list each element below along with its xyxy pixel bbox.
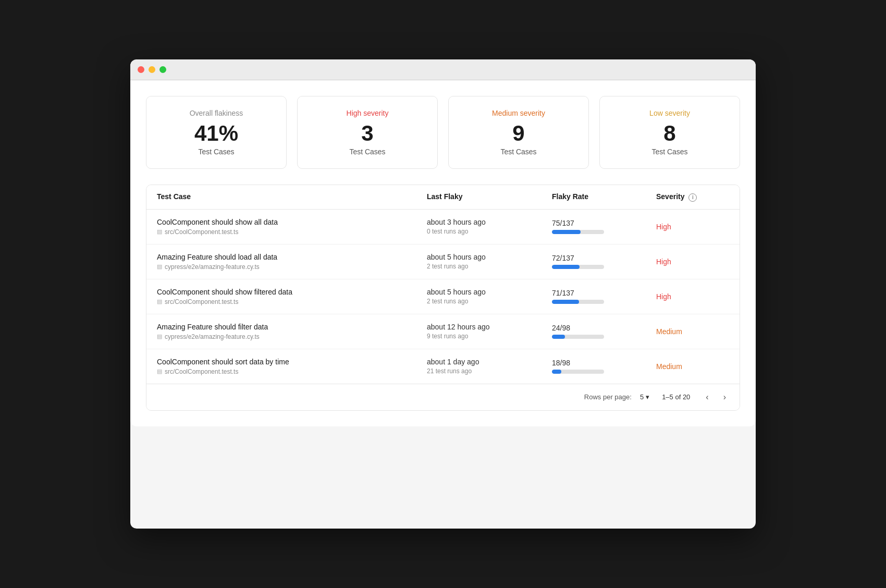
file-icon-3: ▤ [157,333,162,340]
test-name-4: CoolComponent should sort data by time [157,358,427,366]
severity-cell-4: Medium [656,362,729,371]
col-flaky-rate: Flaky Rate [552,192,656,202]
last-flaky-cell-0: about 3 hours ago 0 test runs ago [427,218,552,235]
test-case-cell-2: CoolComponent should show filtered data … [157,288,427,305]
test-runs-2: 2 test runs ago [427,298,552,305]
app-window: Overall flakiness 41% Test Cases High se… [130,59,756,529]
flaky-rate-cell-1: 72/137 [552,254,656,269]
severity-cell-0: High [656,223,729,231]
progress-bar-fill-2 [552,300,579,304]
rows-per-page-label: Rows per page: [584,393,632,401]
low-severity-card: Low severity 8 Test Cases [599,96,740,169]
col-severity: Severity i [656,192,729,202]
flaky-rate-cell-0: 75/137 [552,219,656,234]
table-row: Amazing Feature should filter data ▤ cyp… [146,314,740,349]
medium-severity-card: Medium severity 9 Test Cases [448,96,589,169]
test-file-1: ▤ cypress/e2e/amazing-feature.cy.ts [157,263,427,271]
last-flaky-time-0: about 3 hours ago [427,218,552,226]
flaky-rate-cell-2: 71/137 [552,289,656,304]
test-cases-table: Test Case Last Flaky Flaky Rate Severity… [146,185,740,411]
progress-bar-fill-4 [552,370,561,374]
progress-bar-fill-1 [552,265,580,269]
table-body: CoolComponent should show all data ▤ src… [146,210,740,384]
test-case-cell-3: Amazing Feature should filter data ▤ cyp… [157,323,427,340]
test-runs-0: 0 test runs ago [427,228,552,235]
test-file-2: ▤ src/CoolComponent.test.ts [157,298,427,305]
test-case-cell-0: CoolComponent should show all data ▤ src… [157,218,427,236]
test-runs-4: 21 test runs ago [427,368,552,375]
last-flaky-time-2: about 5 hours ago [427,288,552,296]
overall-flakiness-sublabel: Test Cases [198,148,234,156]
test-name-0: CoolComponent should show all data [157,218,427,226]
medium-severity-sublabel: Test Cases [500,148,536,156]
test-name-1: Amazing Feature should load all data [157,253,427,261]
high-severity-number: 3 [361,123,373,144]
test-file-3: ▤ cypress/e2e/amazing-feature.cy.ts [157,333,427,340]
table-row: CoolComponent should show all data ▤ src… [146,210,740,244]
test-case-cell-4: CoolComponent should sort data by time ▤… [157,358,427,375]
low-severity-number: 8 [663,123,675,144]
titlebar [130,59,756,80]
flaky-rate-num-2: 71/137 [552,289,656,297]
test-file-0: ▤ src/CoolComponent.test.ts [157,228,427,236]
table-header-row: Test Case Last Flaky Flaky Rate Severity… [146,185,740,210]
main-content: Overall flakiness 41% Test Cases High se… [130,80,756,426]
low-severity-label: Low severity [649,109,690,117]
low-severity-sublabel: Test Cases [651,148,687,156]
minimize-button[interactable] [149,66,155,73]
test-runs-1: 2 test runs ago [427,263,552,270]
severity-cell-2: High [656,292,729,301]
high-severity-label: High severity [347,109,389,117]
flaky-rate-num-4: 18/98 [552,359,656,367]
high-severity-sublabel: Test Cases [349,148,385,156]
file-icon-1: ▤ [157,263,162,270]
last-flaky-time-1: about 5 hours ago [427,253,552,261]
test-file-4: ▤ src/CoolComponent.test.ts [157,368,427,375]
col-last-flaky: Last Flaky [427,192,552,202]
next-page-button[interactable]: › [720,391,729,403]
file-icon-0: ▤ [157,228,162,235]
test-case-cell-1: Amazing Feature should load all data ▤ c… [157,253,427,271]
close-button[interactable] [138,66,144,73]
severity-cell-3: Medium [656,327,729,336]
severity-cell-1: High [656,258,729,266]
medium-severity-label: Medium severity [492,109,545,117]
summary-cards: Overall flakiness 41% Test Cases High se… [146,96,740,169]
file-icon-4: ▤ [157,368,162,375]
overall-flakiness-label: Overall flakiness [190,109,243,117]
progress-bar-bg-1 [552,265,604,269]
overall-flakiness-number: 41% [194,123,238,144]
table-row: CoolComponent should sort data by time ▤… [146,349,740,384]
progress-bar-bg-2 [552,300,604,304]
flaky-rate-cell-3: 24/98 [552,324,656,339]
progress-bar-bg-0 [552,230,604,234]
flaky-rate-num-0: 75/137 [552,219,656,227]
flaky-rate-num-3: 24/98 [552,324,656,332]
last-flaky-time-4: about 1 day ago [427,358,552,366]
test-name-2: CoolComponent should show filtered data [157,288,427,296]
progress-bar-fill-3 [552,335,565,339]
last-flaky-cell-1: about 5 hours ago 2 test runs ago [427,253,552,270]
maximize-button[interactable] [159,66,166,73]
table-row: Amazing Feature should load all data ▤ c… [146,244,740,279]
col-test-case: Test Case [157,192,427,202]
last-flaky-cell-3: about 12 hours ago 9 test runs ago [427,323,552,340]
file-icon-2: ▤ [157,298,162,305]
high-severity-card: High severity 3 Test Cases [297,96,438,169]
last-flaky-cell-4: about 1 day ago 21 test runs ago [427,358,552,375]
progress-bar-fill-0 [552,230,581,234]
prev-page-button[interactable]: ‹ [703,391,711,403]
last-flaky-cell-2: about 5 hours ago 2 test runs ago [427,288,552,305]
flaky-rate-num-1: 72/137 [552,254,656,262]
table-row: CoolComponent should show filtered data … [146,279,740,314]
overall-flakiness-card: Overall flakiness 41% Test Cases [146,96,287,169]
pagination-row: Rows per page: 5 ▾ 1–5 of 20 ‹ › [146,384,740,410]
test-name-3: Amazing Feature should filter data [157,323,427,331]
progress-bar-bg-4 [552,370,604,374]
last-flaky-time-3: about 12 hours ago [427,323,552,331]
rows-per-page-select[interactable]: 5 ▾ [640,393,649,401]
test-runs-3: 9 test runs ago [427,333,552,340]
severity-info-icon: i [688,193,697,202]
medium-severity-number: 9 [512,123,524,144]
flaky-rate-cell-4: 18/98 [552,359,656,374]
